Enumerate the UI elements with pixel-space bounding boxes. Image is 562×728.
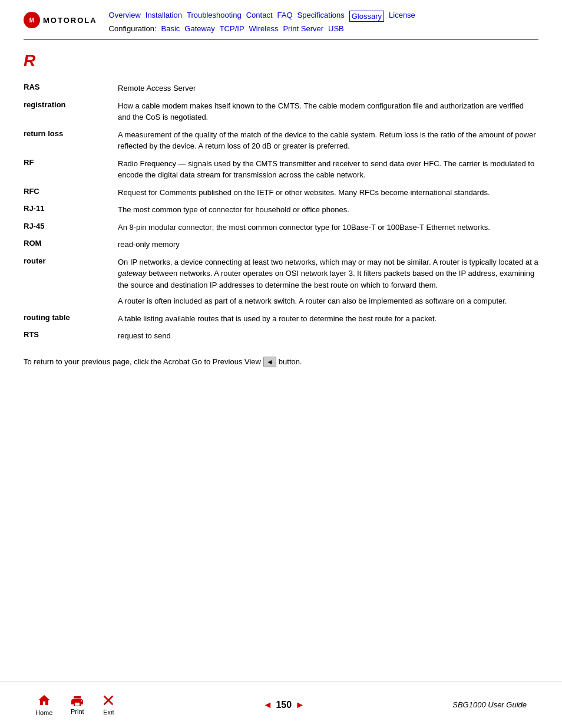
def-rfc: Request for Comments published on the IE… [118, 184, 538, 202]
motorola-wordmark: MOTOROLA [43, 16, 97, 25]
term-rf: RF [24, 155, 118, 184]
table-row: ROM read-only memory [24, 236, 538, 253]
def-rom: read-only memory [118, 236, 538, 253]
term-rom: ROM [24, 236, 118, 253]
term-rfc: RFC [24, 184, 118, 202]
def-registration: How a cable modem makes itself known to … [118, 97, 538, 126]
motorola-logo: M MOTOROLA [24, 12, 97, 28]
header: M MOTOROLA Overview Installation Trouble… [0, 0, 562, 33]
home-button[interactable]: Home [35, 693, 52, 716]
nav-print-server[interactable]: Print Server [283, 24, 323, 33]
term-ras: RAS [24, 80, 118, 97]
nav-gateway[interactable]: Gateway [184, 24, 214, 33]
table-row: RJ-11 The most common type of connector … [24, 201, 538, 219]
config-label: Configuration: [109, 24, 157, 33]
term-rts: RTS [24, 327, 118, 345]
print-icon [70, 694, 84, 706]
nav-usb[interactable]: USB [328, 24, 344, 33]
def-ras: Remote Access Server [118, 80, 538, 97]
bottom-nav-icons: Home Print Exit [35, 693, 115, 716]
table-row: router On IP networks, a device connecti… [24, 253, 538, 310]
def-return-loss: A measurement of the quality of the matc… [118, 126, 538, 155]
exit-button[interactable]: Exit [102, 694, 115, 716]
def-router: On IP networks, a device connecting at l… [118, 253, 538, 310]
logo-area: M MOTOROLA [24, 12, 97, 28]
page-navigation: ◄ 150 ► [263, 700, 305, 710]
nav-glossary[interactable]: Glossary [349, 11, 384, 22]
nav-faq[interactable]: FAQ [277, 11, 293, 22]
main-content: R RAS Remote Access Server registration … [0, 39, 562, 379]
page-number: 150 [276, 700, 292, 710]
motorola-icon: M [24, 12, 40, 28]
doc-title: SBG1000 User Guide [452, 700, 527, 709]
exit-label: Exit [103, 709, 114, 716]
nav-tcpip[interactable]: TCP/IP [220, 24, 244, 33]
nav-basic[interactable]: Basic [161, 24, 180, 33]
table-row: return loss A measurement of the quality… [24, 126, 538, 155]
nav-installation[interactable]: Installation [146, 11, 182, 22]
back-button-icon: ◄ [263, 357, 276, 367]
table-row: RFC Request for Comments published on th… [24, 184, 538, 202]
page-prev-button[interactable]: ◄ [263, 700, 273, 710]
term-return-loss: return loss [24, 126, 118, 155]
svg-text:M: M [29, 17, 34, 24]
print-button[interactable]: Print [70, 694, 84, 715]
def-rf: Radio Frequency — signals used by the CM… [118, 155, 538, 184]
term-rj11: RJ-11 [24, 201, 118, 219]
footer-note: To return to your previous page, click t… [24, 357, 538, 367]
section-letter: R [24, 51, 538, 70]
glossary-table: RAS Remote Access Server registration Ho… [24, 80, 538, 345]
footer-note-text-post: button. [279, 357, 302, 366]
nav-troubleshooting[interactable]: Troubleshooting [187, 11, 242, 22]
term-routing-table: routing table [24, 310, 118, 328]
nav-bottom: Configuration: Basic Gateway TCP/IP Wire… [109, 24, 538, 33]
term-rj45: RJ-45 [24, 219, 118, 236]
term-registration: registration [24, 97, 118, 126]
home-icon [37, 693, 51, 707]
table-row: RTS request to send [24, 327, 538, 345]
nav-area: Overview Installation Troubleshooting Co… [109, 11, 538, 33]
table-row: routing table A table listing available … [24, 310, 538, 328]
def-rj11: The most common type of connector for ho… [118, 201, 538, 219]
nav-top: Overview Installation Troubleshooting Co… [109, 11, 538, 22]
term-router: router [24, 253, 118, 310]
table-row: registration How a cable modem makes its… [24, 97, 538, 126]
nav-contact[interactable]: Contact [246, 11, 273, 22]
bottom-bar: Home Print Exit ◄ 150 ► SBG1000 User Gui… [0, 681, 562, 728]
footer-note-text: To return to your previous page, click t… [24, 357, 261, 366]
exit-icon [102, 694, 115, 707]
def-rj45: An 8-pin modular connector; the most com… [118, 219, 538, 236]
def-routing-table: A table listing available routes that is… [118, 310, 538, 328]
table-row: RJ-45 An 8-pin modular connector; the mo… [24, 219, 538, 236]
table-row: RAS Remote Access Server [24, 80, 538, 97]
nav-specifications[interactable]: Specifications [297, 11, 345, 22]
nav-overview[interactable]: Overview [109, 11, 141, 22]
home-label: Home [35, 709, 52, 716]
nav-wireless[interactable]: Wireless [249, 24, 279, 33]
table-row: RF Radio Frequency — signals used by the… [24, 155, 538, 184]
def-rts: request to send [118, 327, 538, 345]
print-label: Print [71, 708, 84, 715]
nav-license[interactable]: License [389, 11, 415, 22]
page-next-button[interactable]: ► [295, 700, 305, 710]
